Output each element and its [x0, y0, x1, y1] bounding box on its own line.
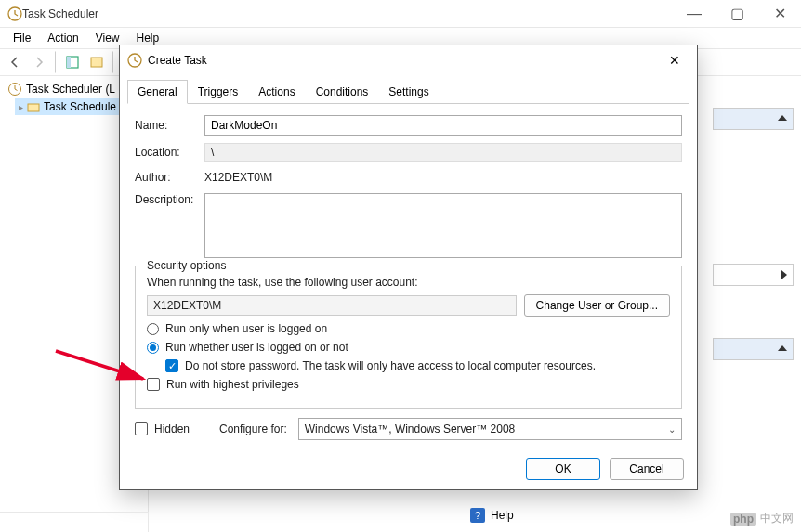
watermark: php 中文网	[730, 511, 794, 526]
main-titlebar: Task Scheduler — ▢ ✕	[0, 0, 801, 28]
author-label: Author:	[135, 171, 204, 184]
create-task-dialog: Create Task ✕ General Triggers Actions C…	[119, 45, 698, 490]
separator	[112, 51, 114, 73]
description-input[interactable]	[204, 193, 682, 258]
tab-conditions[interactable]: Conditions	[306, 80, 379, 104]
clock-icon	[127, 53, 142, 68]
configure-for-select[interactable]: Windows Vista™, Windows Server™ 2008 ⌄	[298, 418, 682, 440]
location-label: Location:	[135, 146, 204, 159]
menu-file[interactable]: File	[6, 30, 38, 46]
radio-logged-on[interactable]	[147, 323, 159, 335]
svg-rect-2	[67, 57, 71, 68]
radio-whether-label: Run whether user is logged on or not	[165, 341, 348, 354]
description-label: Description:	[135, 193, 204, 206]
security-legend: Security options	[143, 259, 230, 272]
dialog-title: Create Task	[148, 54, 660, 67]
tab-triggers[interactable]: Triggers	[188, 80, 249, 104]
name-label: Name:	[135, 119, 204, 132]
check-no-store-label: Do not store password. The task will onl…	[185, 359, 596, 372]
actions-header-3[interactable]	[713, 338, 794, 360]
help-label: Help	[491, 509, 514, 522]
account-display: X12DEXT0\M	[147, 295, 517, 316]
ok-button[interactable]: OK	[526, 458, 600, 480]
tab-actions[interactable]: Actions	[248, 80, 305, 104]
security-prompt: When running the task, use the following…	[147, 276, 670, 289]
tab-body: Name: Location: \ Author: X12DEXT0\M Des…	[120, 104, 697, 448]
change-user-button[interactable]: Change User or Group...	[524, 294, 670, 317]
help-item[interactable]: ? Help	[470, 504, 514, 526]
tree-library-label: Task Schedule	[44, 100, 116, 113]
radio-logged-on-label: Run only when user is logged on	[165, 322, 327, 335]
check-highest-privileges[interactable]	[147, 378, 160, 391]
close-window-button[interactable]: ✕	[758, 0, 801, 28]
properties-button[interactable]	[85, 51, 108, 73]
forward-button[interactable]	[28, 51, 50, 73]
dialog-footer: OK Cancel	[120, 448, 697, 489]
security-options-group: Security options When running the task, …	[135, 266, 682, 409]
cancel-button[interactable]: Cancel	[610, 458, 684, 480]
app-icon	[7, 6, 22, 21]
radio-whether[interactable]	[147, 342, 159, 354]
check-hidden[interactable]	[135, 422, 148, 435]
location-value: \	[204, 143, 682, 162]
status-bar	[0, 512, 149, 532]
configure-for-value: Windows Vista™, Windows Server™ 2008	[305, 422, 516, 435]
help-icon: ?	[470, 508, 485, 523]
window-title: Task Scheduler	[22, 7, 673, 20]
author-value: X12DEXT0\M	[204, 169, 682, 186]
check-no-store-password[interactable]	[165, 359, 178, 372]
maximize-button[interactable]: ▢	[716, 0, 758, 28]
dialog-close-button[interactable]: ✕	[660, 47, 689, 73]
folder-icon	[27, 100, 40, 113]
menu-action[interactable]: Action	[40, 30, 85, 46]
dialog-titlebar: Create Task ✕	[120, 45, 697, 75]
show-hide-tree-button[interactable]	[61, 51, 84, 73]
tab-general[interactable]: General	[127, 80, 188, 104]
back-button[interactable]	[4, 51, 26, 73]
expand-icon[interactable]: ▸	[19, 102, 23, 112]
minimize-button[interactable]: —	[673, 0, 716, 28]
name-input[interactable]	[204, 115, 682, 136]
svg-rect-3	[91, 58, 102, 67]
configure-for-label: Configure for:	[219, 422, 287, 435]
tab-settings[interactable]: Settings	[378, 80, 439, 104]
tree-root-label: Task Scheduler (L	[26, 83, 115, 96]
watermark-logo: php	[730, 513, 756, 526]
check-hidden-label: Hidden	[154, 422, 190, 435]
actions-header-2[interactable]	[713, 264, 794, 286]
check-highest-label: Run with highest privileges	[166, 378, 299, 391]
watermark-text: 中文网	[760, 511, 794, 526]
actions-header-1[interactable]	[713, 108, 794, 130]
separator	[55, 51, 57, 73]
chevron-down-icon: ⌄	[668, 424, 676, 435]
tab-strip: General Triggers Actions Conditions Sett…	[127, 79, 689, 104]
svg-rect-7	[28, 104, 39, 111]
clock-icon	[7, 82, 22, 97]
